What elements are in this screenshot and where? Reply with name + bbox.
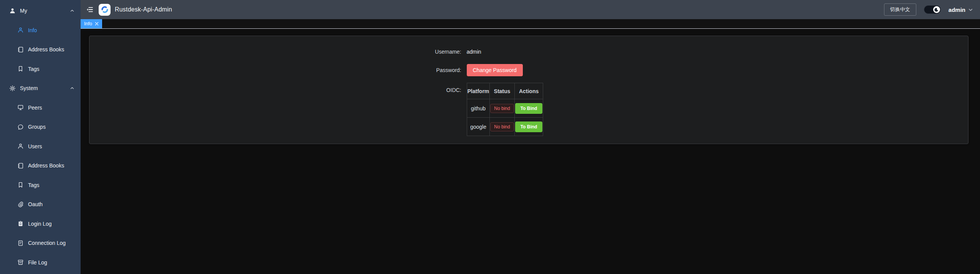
chat-bubble-icon: [17, 124, 24, 130]
sidebar-item-tags-my[interactable]: Tags: [0, 59, 81, 79]
dark-mode-toggle[interactable]: [924, 5, 941, 14]
sidebar-item-info[interactable]: Info: [0, 21, 81, 40]
tab-info[interactable]: Info: [81, 19, 102, 28]
top-navbar: Rustdesk-Api-Admin 切换中文 admin: [81, 0, 980, 19]
gear-icon: [9, 85, 16, 92]
chevron-up-icon: [70, 8, 74, 13]
column-header-status: Status: [490, 83, 514, 99]
sidebar-item-login-log[interactable]: Login Log: [0, 214, 81, 234]
rustdesk-logo: [99, 4, 111, 16]
user-icon: [17, 27, 24, 33]
platform-cell: github: [467, 99, 490, 118]
username-label: Username:: [421, 46, 467, 58]
notebook-icon: [17, 162, 24, 169]
platform-cell: google: [467, 118, 490, 136]
bookmark-icon: [17, 182, 24, 188]
sidebar-group-system[interactable]: System: [0, 79, 81, 98]
notebook-icon: [17, 46, 24, 53]
tags-view-bar: Info: [81, 19, 980, 29]
sidebar: My Info Address Books Tags System: [0, 0, 81, 274]
menu-fold-icon[interactable]: [86, 7, 93, 13]
info-card: Username: admin Password: Change Passwor…: [89, 36, 968, 144]
sidebar-item-label: Login Log: [28, 221, 74, 227]
sidebar-item-label: Tags: [28, 66, 74, 72]
user-info-form: Username: admin Password: Change Passwor…: [421, 46, 636, 136]
change-password-button[interactable]: Change Password: [467, 64, 523, 76]
status-badge: No bind: [490, 122, 514, 131]
oidc-row: OIDC: Platform Status Actions github No …: [421, 82, 636, 136]
sidebar-item-label: Groups: [28, 124, 74, 130]
sidebar-item-connection-log[interactable]: Connection Log: [0, 233, 81, 253]
user-dropdown[interactable]: admin: [949, 7, 973, 13]
column-header-actions: Actions: [514, 83, 543, 99]
switch-language-button[interactable]: 切换中文: [884, 3, 916, 16]
sidebar-item-label: Users: [28, 143, 74, 149]
sidebar-group-label: System: [20, 85, 70, 91]
to-bind-button-github[interactable]: To Bind: [515, 103, 543, 114]
to-bind-button-google[interactable]: To Bind: [515, 121, 543, 132]
moon-icon: [934, 7, 939, 12]
chevron-up-icon: [70, 86, 74, 90]
username-value: admin: [467, 46, 481, 58]
sidebar-item-groups[interactable]: Groups: [0, 117, 81, 137]
main-content: Username: admin Password: Change Passwor…: [81, 29, 980, 274]
user-name: admin: [949, 7, 965, 13]
username-row: Username: admin: [421, 46, 636, 58]
app-title: Rustdesk-Api-Admin: [115, 6, 172, 13]
sidebar-item-label: Tags: [28, 182, 74, 188]
user-icon: [17, 143, 24, 149]
sidebar-item-label: Address Books: [28, 46, 74, 53]
toggle-knob: [933, 6, 940, 13]
oidc-table: Platform Status Actions github No bind T…: [467, 83, 544, 136]
sidebar-item-label: Peers: [28, 105, 74, 111]
sidebar-item-file-log[interactable]: File Log: [0, 253, 81, 272]
sidebar-group-label: My: [20, 8, 70, 14]
sidebar-item-users[interactable]: Users: [0, 137, 81, 156]
sidebar-item-oauth[interactable]: Oauth: [0, 195, 81, 214]
sidebar-item-label: Info: [28, 27, 74, 33]
table-header-row: Platform Status Actions: [467, 83, 543, 99]
sidebar-item-label: Connection Log: [28, 240, 74, 246]
sidebar-item-address-books-system[interactable]: Address Books: [0, 156, 81, 176]
oidc-label: OIDC:: [421, 82, 467, 98]
sidebar-item-peers[interactable]: Peers: [0, 98, 81, 118]
sidebar-group-my[interactable]: My: [0, 1, 81, 21]
sidebar-item-address-books-my[interactable]: Address Books: [0, 40, 81, 59]
password-label: Password:: [421, 64, 467, 76]
bookmark-icon: [17, 66, 24, 72]
column-header-platform: Platform: [467, 83, 490, 99]
archive-icon: [17, 259, 24, 266]
sidebar-item-label: File Log: [28, 259, 74, 266]
document-icon: [17, 240, 24, 246]
sidebar-item-tags-system[interactable]: Tags: [0, 176, 81, 195]
clipboard-icon: [17, 220, 24, 227]
paperclip-icon: [17, 201, 24, 208]
sidebar-item-label: Oauth: [28, 201, 74, 207]
table-row-github: github No bind To Bind: [467, 99, 543, 118]
password-row: Password: Change Password: [421, 64, 636, 76]
tab-label: Info: [84, 21, 92, 26]
chevron-down-icon: [968, 7, 973, 12]
status-badge: No bind: [490, 104, 514, 113]
monitor-icon: [17, 104, 24, 111]
sidebar-item-label: Address Books: [28, 162, 74, 169]
user-filled-icon: [9, 8, 16, 14]
table-row-google: google No bind To Bind: [467, 118, 543, 136]
close-icon[interactable]: [95, 22, 99, 26]
